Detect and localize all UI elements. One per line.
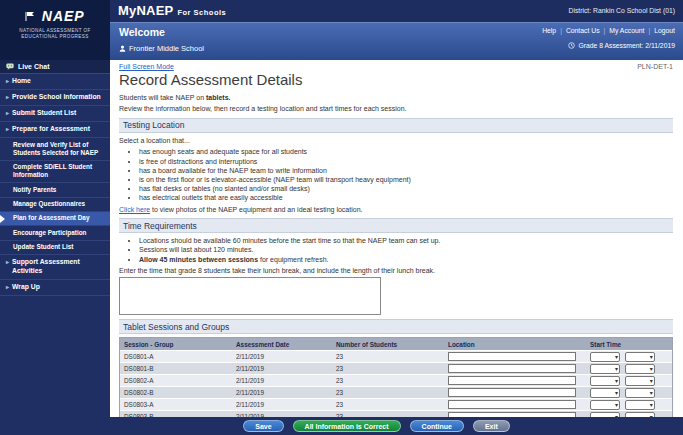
assessment-date-cell: 2/11/2019 bbox=[232, 365, 332, 372]
sidebar-item-label: Wrap Up bbox=[12, 283, 40, 292]
arrow-icon: ▸ bbox=[6, 109, 9, 118]
start-minute-select[interactable] bbox=[625, 352, 655, 362]
start-minute-select[interactable] bbox=[625, 376, 655, 386]
sidebar-subitem-manage-questionnaires[interactable]: Manage Questionnaires bbox=[0, 198, 110, 212]
sidebar-item-label: Submit Student List bbox=[12, 109, 76, 118]
welcome-label: Welcome bbox=[119, 26, 165, 38]
live-chat-label: Live Chat bbox=[18, 63, 50, 70]
lunch-break-input[interactable] bbox=[119, 277, 381, 315]
bullet-text: for equipment refresh. bbox=[258, 256, 328, 263]
page-code: PLN-DET-1 bbox=[637, 63, 673, 70]
column-header-assessment-date: Assessment Date bbox=[232, 341, 332, 348]
number-of-students-cell: 23 bbox=[332, 377, 444, 384]
sessions-table: Session - Group Assessment Date Number o… bbox=[119, 337, 673, 417]
intro-line-1: Students will take NAEP on tablets. bbox=[119, 93, 673, 102]
bullet-item: has enough seats and adequate space for … bbox=[139, 147, 673, 156]
assessment-date-cell: 2/11/2019 bbox=[232, 389, 332, 396]
session-group-cell: DS0801-A bbox=[120, 353, 232, 360]
naep-flag-icon bbox=[25, 12, 35, 21]
location-input[interactable] bbox=[448, 352, 576, 361]
save-button[interactable]: Save bbox=[243, 420, 283, 432]
start-minute-select[interactable] bbox=[625, 388, 655, 398]
location-input[interactable] bbox=[448, 376, 576, 385]
start-hour-select[interactable] bbox=[590, 400, 620, 410]
exit-button[interactable]: Exit bbox=[473, 420, 510, 432]
bullet-item: is on the first floor or is elevator-acc… bbox=[139, 175, 673, 184]
number-of-students-cell: 23 bbox=[332, 401, 444, 408]
naep-tagline: NATIONAL ASSESSMENT OF EDUCATIONAL PROGR… bbox=[0, 28, 110, 41]
testing-location-heading: Testing Location bbox=[119, 118, 673, 133]
start-hour-select[interactable] bbox=[590, 364, 620, 374]
start-hour-select[interactable] bbox=[590, 376, 620, 386]
divider: | bbox=[560, 27, 562, 34]
bullet-item: Locations should be available 60 minutes… bbox=[139, 236, 673, 245]
sidebar-item-wrap-up[interactable]: ▸ Wrap Up bbox=[0, 280, 110, 296]
app-title-text: MyNAEP bbox=[118, 3, 173, 18]
sidebar-item-label: Prepare for Assessment bbox=[12, 125, 90, 134]
bullet-item: is free of distractions and interruption… bbox=[139, 157, 673, 166]
location-prompt: Select a location that... bbox=[119, 136, 673, 145]
bullet-bold-text: Allow 45 minutes between sessions bbox=[139, 256, 258, 263]
column-header-start-time: Start Time bbox=[586, 341, 674, 348]
sidebar-item-home[interactable]: ▸ Home bbox=[0, 74, 110, 90]
start-hour-select[interactable] bbox=[590, 388, 620, 398]
start-minute-select[interactable] bbox=[625, 400, 655, 410]
all-information-is-correct-button[interactable]: All Information is Correct bbox=[293, 420, 401, 432]
sidebar-subitem-review-and-verify-list[interactable]: Review and Verify List of Students Selec… bbox=[0, 138, 110, 161]
start-minute-select[interactable] bbox=[625, 364, 655, 374]
sidebar-subitem-notify-parents[interactable]: Notify Parents bbox=[0, 183, 110, 197]
sidebar-subitem-encourage-participation[interactable]: Encourage Participation bbox=[0, 226, 110, 240]
sidebar-nav: Live Chat ▸ Home ▸ Provide School Inform… bbox=[0, 60, 110, 435]
full-screen-mode-link[interactable]: Full Screen Mode bbox=[119, 63, 174, 70]
sidebar-subitem-update-student-list[interactable]: Update Student List bbox=[0, 241, 110, 255]
school-name-row: Frontier Middle School bbox=[119, 44, 204, 53]
table-header-row: Session - Group Assessment Date Number o… bbox=[120, 338, 672, 351]
assessment-date-cell: 2/11/2019 bbox=[232, 401, 332, 408]
sidebar-item-provide-school-information[interactable]: ▸ Provide School Information bbox=[0, 90, 110, 106]
naep-logo-text: NAEP bbox=[42, 8, 85, 24]
start-hour-select[interactable] bbox=[590, 352, 620, 362]
location-input[interactable] bbox=[448, 400, 576, 409]
sidebar-item-submit-student-list[interactable]: ▸ Submit Student List bbox=[0, 106, 110, 122]
sidebar-item-label: Support Assessment Activities bbox=[12, 258, 106, 276]
my-account-link[interactable]: My Account bbox=[609, 27, 644, 34]
app-subtitle: For Schools bbox=[177, 8, 226, 17]
bullet-item: has electrical outlets that are easily a… bbox=[139, 193, 673, 202]
column-header-session-group: Session - Group bbox=[120, 341, 232, 348]
sidebar-item-label: Home bbox=[12, 77, 31, 86]
session-group-cell: DS0802-B bbox=[120, 389, 232, 396]
sidebar-subitem-complete-sd-ell[interactable]: Complete SD/ELL Student Information bbox=[0, 161, 110, 184]
location-input[interactable] bbox=[448, 364, 576, 373]
session-group-cell: DS0803-A bbox=[120, 401, 232, 408]
contact-us-link[interactable]: Contact Us bbox=[566, 27, 600, 34]
tablet-sessions-heading: Tablet Sessions and Groups bbox=[119, 319, 673, 334]
click-here-link[interactable]: Click here bbox=[119, 206, 150, 213]
arrow-icon: ▸ bbox=[6, 93, 9, 102]
help-link[interactable]: Help bbox=[542, 27, 556, 34]
sidebar-subitem-plan-for-assessment-day[interactable]: Plan for Assessment Day bbox=[0, 212, 110, 226]
assessment-date-cell: 2/11/2019 bbox=[232, 377, 332, 384]
sidebar-item-prepare-for-assessment[interactable]: ▸ Prepare for Assessment bbox=[0, 122, 110, 138]
session-group-cell: DS0801-B bbox=[120, 365, 232, 372]
table-row: DS0801-A 2/11/2019 23 ▾ ▾ bbox=[120, 351, 672, 363]
app-title: MyNAEPFor Schools bbox=[118, 3, 226, 18]
intro-line-2: Review the information below, then recor… bbox=[119, 104, 673, 113]
bullet-item: has flat desks or tables (no slanted and… bbox=[139, 184, 673, 193]
number-of-students-cell: 23 bbox=[332, 353, 444, 360]
continue-button[interactable]: Continue bbox=[410, 420, 464, 432]
divider: | bbox=[604, 27, 606, 34]
header-nav-links: Help| Contact Us| My Account| Logout bbox=[542, 27, 675, 34]
assessment-info: Grade 8 Assessment: 2/11/2019 bbox=[578, 42, 675, 49]
chat-bubble-icon bbox=[6, 63, 14, 70]
arrow-icon: ▸ bbox=[6, 77, 9, 86]
sidebar-item-support-assessment-activities[interactable]: ▸ Support Assessment Activities bbox=[0, 255, 110, 280]
naep-logo: NAEP NATIONAL ASSESSMENT OF EDUCATIONAL … bbox=[0, 0, 110, 60]
live-chat-button[interactable]: Live Chat bbox=[0, 60, 110, 74]
location-input[interactable] bbox=[448, 388, 576, 397]
logout-link[interactable]: Logout bbox=[654, 27, 675, 34]
arrow-icon: ▸ bbox=[6, 125, 9, 134]
district-label: District: Rankin Co School Dist (01) bbox=[568, 7, 675, 14]
testing-location-bullets: has enough seats and adequate space for … bbox=[139, 147, 673, 202]
footer-action-bar: Save All Information is Correct Continue… bbox=[0, 417, 683, 435]
photos-line-text: to view photos of the NAEP equipment and… bbox=[150, 206, 362, 213]
